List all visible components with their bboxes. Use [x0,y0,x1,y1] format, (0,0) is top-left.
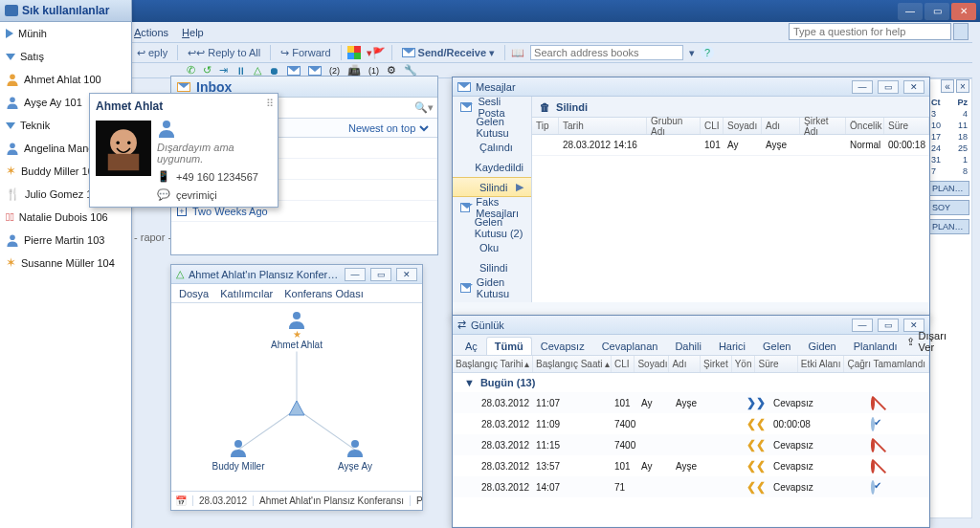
sidebar-item[interactable]: ✶Susanne Müller 104 [0,252,131,275]
msg-min-button[interactable]: — [852,80,873,94]
svg-point-3 [10,234,15,240]
call-completed-icon[interactable] [871,480,875,495]
messages-nav-item[interactable]: Çalındı [453,137,531,157]
close-button[interactable]: ✕ [951,3,976,20]
conf-menu-participants[interactable]: Katılımcılar [220,288,273,299]
vm-icon[interactable] [287,66,301,76]
addressbook-icon[interactable]: 📖 [511,47,524,59]
reply-all-button[interactable]: ↩↩Reply to All [184,46,264,60]
export-icon[interactable]: ⇪ [906,336,915,348]
calendar-task[interactable]: SOY [929,200,969,215]
calendar-task[interactable]: PLANTISI idası; At [929,181,969,196]
journal-tab[interactable]: Aç [457,337,486,355]
conf-min-button[interactable]: — [345,268,366,281]
sidebar-item-label: Ahmet Ahlat 100 [24,74,101,85]
flag-icon[interactable]: ▾🚩 [367,47,386,59]
maximize-button[interactable]: ▭ [924,3,949,20]
journal-tab[interactable]: Dahili [666,337,710,355]
sidebar-item[interactable]: Satış [0,45,131,68]
sidebar-item-label: Natalie Dubois 106 [19,211,108,223]
journal-tab[interactable]: Tümü [486,337,532,355]
journal-row[interactable]: 28.03.201211:07101AyAyşe❯❯Cevapsız [453,392,929,413]
messages-nav-item[interactable]: Giden Kutusu [453,277,531,297]
menu-help[interactable]: Help [182,27,204,38]
journal-tab[interactable]: Planlandı [845,337,906,355]
call-missed-icon[interactable] [871,438,875,452]
journal-group-today[interactable]: ▼Bugün (13) [453,373,929,392]
nav-item-label: Silindi [479,262,507,274]
messages-grid-header: TipTarihGrubun AdıCLISoyadıAdıŞirket Adı… [532,118,929,135]
messages-nav-item[interactable]: Silindi [453,257,531,277]
conf-max-button[interactable]: ▭ [370,268,391,281]
messages-nav-item[interactable]: Faks Mesajları [453,197,531,217]
forward-button[interactable]: ↪Forward [277,46,334,60]
sidebar-item[interactable]: Münih [0,22,131,45]
messages-nav-item[interactable]: Silindi▶ [453,177,531,197]
sort-select[interactable]: Newest on top [345,121,432,135]
journal-row[interactable]: 28.03.201211:097400❮❮00:00:08 [453,413,929,434]
journal-tab[interactable]: Harici [710,337,754,355]
sidebar-item[interactable]: Pierre Martin 103 [0,229,131,252]
journal-tab[interactable]: Cevaplanan [593,337,667,355]
presence-icon: 💬 [157,188,170,201]
journal-tab[interactable]: Gelen [754,337,799,355]
svg-rect-6 [108,154,139,170]
conference-window: △ Ahmet Ahlat'ın Plansız Konferansı — ▭ … [170,264,423,511]
help-search-input[interactable] [789,23,951,40]
journal-row[interactable]: 28.03.201214:0771❮❮Cevapsız [453,476,929,497]
record-icon[interactable]: ⏺ [269,65,279,77]
help-dropdown[interactable] [953,23,969,40]
calendar-expand[interactable]: « [941,79,954,93]
journal-col-header: Başlangıç Tarihi ▴ Başlangıç Saati ▴ CLI… [453,356,929,373]
card-pin-icon[interactable]: ⠿ [266,98,274,110]
svg-point-11 [293,312,301,319]
expand-icon: + [177,207,187,216]
conference-hub-icon [287,399,306,418]
conference-title: Ahmet Ahlat'ın Plansız Konferansı [189,269,340,280]
search-addressbook-input[interactable] [530,45,683,60]
messages-nav-item[interactable]: Gelen Kutusu [453,117,531,137]
messages-nav-item[interactable]: Gelen Kutusu (2) [453,217,531,237]
messages-nav-item[interactable]: Sesli Posta [453,97,531,117]
calendar-close[interactable]: × [956,79,969,93]
categories-icon[interactable] [347,46,361,59]
conf-node[interactable]: Ayşe Ay [326,437,384,472]
nav-item-label: Kaydedildi [475,162,523,173]
reply-button[interactable]: ↩eply [133,46,171,60]
export-label[interactable]: Dışarı Ver [919,330,947,353]
msg-close-button[interactable]: ✕ [903,80,924,94]
search-icon[interactable]: 🔍▾ [414,101,434,114]
call-completed-icon[interactable] [871,417,875,431]
mail-icon[interactable] [308,66,322,76]
msg-max-button[interactable]: ▭ [878,80,899,94]
journal-tab[interactable]: Cevapsız [532,337,593,355]
call-missed-icon[interactable] [871,396,875,410]
jnl-max-button[interactable]: ▭ [878,319,899,332]
message-row[interactable]: 28.03.2012 14:16 101 Ay Ayşe Normal 00:0… [532,135,929,156]
send-receive-button[interactable]: Send/Receive ▾ [398,46,500,60]
conf-node[interactable]: ★ Ahmet Ahlat [268,309,325,350]
journal-row[interactable]: 28.03.201213:57101AyAyşe❮❮Cevapsız [453,455,929,476]
journal-window: ⇄ Günlük — ▭ ✕ AçTümüCevapsızCevaplananD… [452,315,930,528]
arrow-right-icon: ▶ [516,181,523,193]
call-missed-icon[interactable] [871,459,875,473]
card-status: Dışardayım ama uygunum. [157,142,272,165]
journal-tab[interactable]: Giden [799,337,844,355]
hold-icon[interactable]: ⏸ [235,65,246,77]
conf-close-button[interactable]: ✕ [396,268,417,281]
calendar-task[interactable]: PLANTISI idası; At [929,219,969,234]
help-icon[interactable]: ? [701,46,714,59]
minimize-button[interactable]: — [898,3,923,20]
calendar-strip: « × CtPz 34 1011 1718 2425 311 78 PLANTI… [926,78,972,518]
conf-menu-room[interactable]: Konferans Odası [284,288,364,299]
messages-nav-item[interactable]: Oku [453,237,531,257]
messages-nav-item[interactable]: Kaydedildi [453,157,531,177]
sidebar-item[interactable]: Ahmet Ahlat 100 [0,68,131,91]
conf-node[interactable]: Buddy Miller [210,437,267,472]
conf-menu-file[interactable]: Dosya [179,288,209,299]
menu-actions[interactable]: AActionsctions [134,27,168,38]
sidebar-item[interactable]: ✆⃠Natalie Dubois 106 [0,206,131,229]
jnl-min-button[interactable]: — [852,319,873,332]
trash-icon: 🗑 [540,101,550,113]
journal-row[interactable]: 28.03.201211:157400❮❮Cevapsız [453,434,929,455]
